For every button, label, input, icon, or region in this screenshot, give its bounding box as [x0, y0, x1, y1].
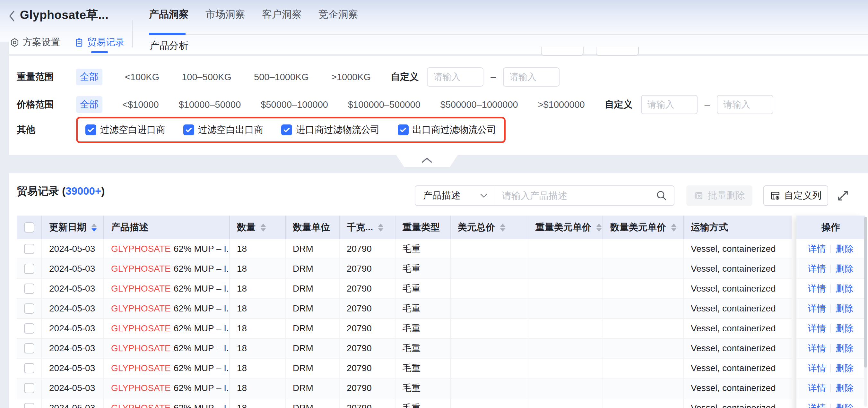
detail-link[interactable]: 详情 — [808, 263, 826, 275]
search-input[interactable] — [494, 191, 649, 201]
filter-option[interactable]: <100KG — [125, 72, 159, 82]
table-row: 2024-05-03GLYPHOSATE62% MUP – I...18DRM2… — [17, 299, 792, 319]
header-divider — [132, 20, 133, 47]
filter-option[interactable]: 全部 — [76, 69, 102, 85]
checkbox-checked-icon[interactable] — [85, 125, 96, 135]
select-all-checkbox[interactable] — [24, 222, 34, 233]
weight-min-input[interactable] — [427, 67, 484, 87]
primary-tab-1[interactable]: 产品洞察 — [149, 8, 189, 21]
primary-tabs: 产品洞察市场洞察客户洞察竞企洞察 — [149, 8, 358, 21]
subnav-item-trade-records[interactable]: 贸易记录 — [74, 36, 125, 49]
delete-link[interactable]: 删除 — [836, 243, 854, 255]
cell-product_desc: GLYPHOSATE62% MUP – I... — [104, 339, 230, 359]
primary-tab-3[interactable]: 客户洞察 — [262, 8, 302, 21]
fullscreen-icon[interactable] — [837, 189, 849, 202]
sort-icons[interactable] — [500, 224, 505, 232]
filter-option[interactable]: $10000–50000 — [179, 99, 241, 110]
batch-delete-button[interactable]: 批量删除 — [686, 185, 752, 206]
delete-link[interactable]: 删除 — [836, 322, 854, 335]
price-max-input[interactable] — [717, 95, 773, 114]
trade-records-section: 贸易记录 ( 39000+ ) 产品描述 批 — [9, 173, 868, 408]
checkbox-label: 出口商过滤物流公司 — [412, 124, 496, 136]
filter-option[interactable]: <$10000 — [122, 99, 159, 110]
cell-quantity: 18 — [230, 359, 286, 378]
row-checkbox[interactable] — [24, 264, 34, 274]
detail-link[interactable]: 详情 — [808, 382, 826, 394]
cell-checkbox — [17, 319, 42, 339]
sort-icons[interactable] — [378, 224, 383, 232]
ops-row: 详情删除 — [797, 339, 865, 359]
column-header-usd_unit_qty[interactable]: 数量美元单价 — [603, 215, 684, 239]
action-divider — [831, 344, 831, 352]
detail-link[interactable]: 详情 — [808, 303, 826, 315]
detail-link[interactable]: 详情 — [808, 322, 826, 335]
column-header-checkbox[interactable] — [17, 215, 42, 239]
row-checkbox[interactable] — [24, 303, 34, 314]
custom-columns-button[interactable]: 自定义列 — [763, 185, 828, 206]
column-label: 重量类型 — [403, 221, 440, 234]
sort-icons[interactable] — [671, 224, 676, 232]
checkbox-checked-icon[interactable] — [281, 125, 292, 135]
row-checkbox[interactable] — [24, 244, 34, 254]
search-combo: 产品描述 — [415, 185, 675, 206]
clipped-input-stub[interactable] — [541, 47, 584, 56]
detail-link[interactable]: 详情 — [808, 362, 826, 374]
column-header-weight_type: 重量类型 — [396, 215, 451, 239]
row-checkbox[interactable] — [24, 363, 34, 373]
detail-link[interactable]: 详情 — [808, 402, 826, 408]
delete-link[interactable]: 删除 — [836, 382, 854, 394]
row-checkbox[interactable] — [24, 323, 34, 334]
column-header-update_date[interactable]: 更新日期 — [42, 215, 104, 239]
subnav-item-plan-settings[interactable]: 方案设置 — [10, 36, 60, 49]
filter-option[interactable]: $500000–1000000 — [440, 99, 518, 110]
row-checkbox[interactable] — [24, 383, 34, 393]
weight-max-input[interactable] — [503, 67, 559, 87]
filter-option[interactable]: $100000–500000 — [348, 99, 421, 110]
checkbox-checked-icon[interactable] — [398, 125, 409, 135]
checkbox-checked-icon[interactable] — [183, 125, 194, 135]
delete-link[interactable]: 删除 — [836, 263, 854, 275]
search-icon[interactable] — [656, 190, 668, 201]
search-field-select[interactable]: 产品描述 — [415, 186, 494, 205]
price-min-input[interactable] — [641, 95, 698, 114]
detail-link[interactable]: 详情 — [808, 282, 826, 295]
cell-kg_weight: 20790 — [340, 339, 396, 359]
column-header-kg_weight[interactable]: 千克... — [340, 215, 396, 239]
detail-link[interactable]: 详情 — [808, 342, 826, 354]
table-row: 2024-05-03GLYPHOSATE62% MUP – I...18DRM2… — [17, 279, 792, 299]
filter-checkbox-item[interactable]: 过滤空白出口商 — [183, 124, 263, 136]
filter-checkbox-item[interactable]: 过滤空白进口商 — [85, 124, 165, 136]
tab-product-analysis[interactable]: 产品分析 — [150, 39, 188, 52]
filter-option[interactable]: >$1000000 — [538, 99, 585, 110]
filter-option[interactable]: 全部 — [76, 96, 102, 113]
delete-link[interactable]: 删除 — [836, 282, 854, 295]
primary-tab-4[interactable]: 竞企洞察 — [318, 8, 358, 21]
collapse-filters-handle[interactable] — [396, 155, 458, 167]
delete-link[interactable]: 删除 — [836, 402, 854, 408]
sort-icons[interactable] — [92, 224, 97, 232]
row-checkbox[interactable] — [24, 403, 34, 408]
detail-link[interactable]: 详情 — [808, 243, 826, 255]
clipped-input-stub[interactable] — [596, 47, 639, 56]
column-header-usd_total[interactable]: 美元总价 — [451, 215, 528, 239]
primary-tab-2[interactable]: 市场洞察 — [206, 8, 245, 21]
column-header-usd_unit_weight[interactable]: 重量美元单价 — [528, 215, 603, 239]
filter-option[interactable]: >1000KG — [331, 72, 371, 82]
product-desc-text: 62% MUP – I... — [174, 264, 230, 274]
sort-icons[interactable] — [596, 224, 601, 232]
row-checkbox[interactable] — [24, 283, 34, 294]
cell-weight_type: 毛重 — [396, 259, 451, 279]
delete-link[interactable]: 删除 — [836, 342, 854, 354]
row-checkbox[interactable] — [24, 343, 34, 353]
filter-checkbox-item[interactable]: 进口商过滤物流公司 — [281, 124, 380, 136]
column-header-quantity[interactable]: 数量 — [230, 215, 286, 239]
delete-link[interactable]: 删除 — [836, 362, 854, 374]
filter-option[interactable]: 100–500KG — [182, 72, 231, 82]
sort-icons[interactable] — [261, 224, 266, 232]
back-icon[interactable] — [8, 10, 16, 22]
filter-option[interactable]: 500–1000KG — [254, 72, 309, 82]
filter-checkbox-item[interactable]: 出口商过滤物流公司 — [398, 124, 496, 136]
filter-option[interactable]: $50000–100000 — [261, 99, 328, 110]
scrollbar-thumb[interactable] — [864, 217, 867, 368]
delete-link[interactable]: 删除 — [836, 303, 854, 315]
